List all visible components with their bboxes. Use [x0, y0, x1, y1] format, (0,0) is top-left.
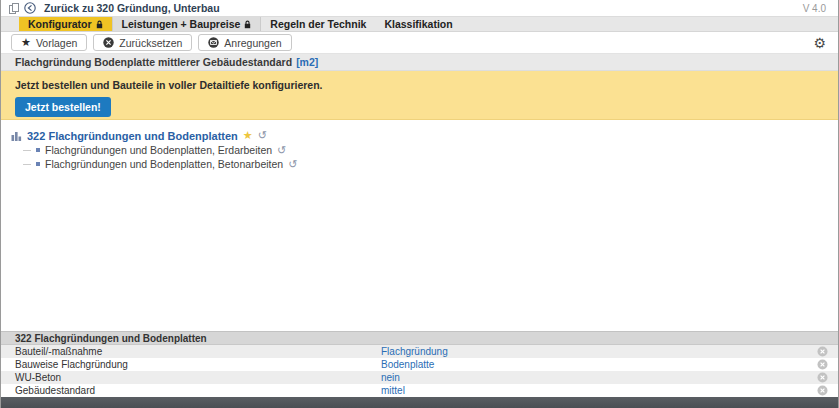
- component-unit: [m2]: [296, 56, 318, 68]
- app-window: Zurück zu 320 Gründung, Unterbau V 4.0 K…: [0, 0, 839, 408]
- tree-child-label[interactable]: Flachgründungen und Bodenplatten, Betona…: [45, 158, 283, 170]
- tab-konfigurator[interactable]: Konfigurator: [19, 17, 112, 31]
- component-title-bar: Flachgründung Bodenplatte mittlerer Gebä…: [1, 54, 838, 71]
- table-header: 322 Flachgründungen und Bodenplatten: [1, 331, 838, 345]
- vorlagen-button-label: Vorlagen: [36, 37, 77, 49]
- history-icon[interactable]: ↺: [258, 130, 267, 141]
- table-row: Bauweise Flachgründung Bodenplatte: [1, 358, 838, 371]
- gear-icon[interactable]: ⚙: [813, 36, 828, 50]
- row-value[interactable]: Bodenplatte: [381, 359, 434, 370]
- tree-connector: [23, 150, 31, 151]
- vorlagen-button[interactable]: ★ Vorlagen: [11, 34, 87, 51]
- history-icon[interactable]: ↺: [277, 145, 286, 156]
- bullet-icon: [36, 148, 40, 152]
- star-icon: ★: [21, 37, 31, 48]
- chart-bars-icon: [11, 130, 22, 141]
- table-row: Gebäudestandard mittel: [1, 384, 838, 397]
- tab-leistungen-baupreise[interactable]: Leistungen + Baupreise: [112, 17, 262, 31]
- remove-icon[interactable]: [817, 346, 828, 357]
- row-value[interactable]: mittel: [381, 385, 405, 396]
- tab-label: Klassifikation: [384, 18, 452, 30]
- back-icon[interactable]: [24, 2, 36, 14]
- top-bar: Zurück zu 320 Gründung, Unterbau V 4.0: [1, 0, 838, 16]
- toolbar: ★ Vorlagen Zurücksetzen Anregungen: [1, 32, 838, 54]
- history-icon[interactable]: ↺: [288, 159, 297, 170]
- tab-bar: Konfigurator Leistungen + Baupreise Rege…: [1, 16, 838, 32]
- back-link[interactable]: Zurück zu 320 Gründung, Unterbau: [44, 2, 220, 14]
- row-value[interactable]: nein: [381, 372, 400, 383]
- tree-child-erdarbeiten: Flachgründungen und Bodenplatten, Erdarb…: [11, 143, 828, 157]
- row-value[interactable]: Flachgründung: [381, 346, 448, 357]
- copy-icon[interactable]: [9, 3, 19, 14]
- zuruecksetzen-button-label: Zurücksetzen: [119, 37, 182, 49]
- reset-circle-x-icon: [103, 37, 114, 48]
- properties-table: 322 Flachgründungen und Bodenplatten Bau…: [1, 331, 838, 397]
- tree-root-label[interactable]: 322 Flachgründungen und Bodenplatten: [27, 130, 238, 142]
- bullet-icon: [36, 162, 40, 166]
- row-label: Gebäudestandard: [1, 385, 95, 396]
- anregungen-button-label: Anregungen: [224, 37, 281, 49]
- remove-icon[interactable]: [817, 385, 828, 396]
- lock-icon: [244, 20, 251, 29]
- tree-child-label[interactable]: Flachgründungen und Bodenplatten, Erdarb…: [45, 144, 272, 156]
- table-row: Bauteil/-maßnahme Flachgründung: [1, 345, 838, 358]
- footer-bar: [1, 397, 838, 408]
- tab-klassifikation[interactable]: Klassifikation: [375, 17, 461, 31]
- row-label: WU-Beton: [1, 372, 61, 383]
- tab-label: Regeln der Technik: [270, 18, 366, 30]
- tab-regeln-der-technik[interactable]: Regeln der Technik: [261, 17, 375, 31]
- row-label: Bauteil/-maßnahme: [1, 346, 102, 357]
- jetzt-bestellen-button[interactable]: Jetzt bestellen!: [15, 97, 111, 117]
- row-label: Bauweise Flachgründung: [1, 359, 128, 370]
- zuruecksetzen-button[interactable]: Zurücksetzen: [93, 34, 192, 51]
- order-banner-message: Jetzt bestellen und Bauteile in voller D…: [15, 79, 824, 91]
- table-row: WU-Beton nein: [1, 371, 838, 384]
- remove-icon[interactable]: [817, 372, 828, 383]
- component-title: Flachgründung Bodenplatte mittlerer Gebä…: [15, 56, 292, 68]
- tab-label: Konfigurator: [28, 18, 92, 30]
- order-banner: Jetzt bestellen und Bauteile in voller D…: [1, 71, 838, 120]
- content-area: 322 Flachgründungen und Bodenplatten ★ ↺…: [1, 120, 838, 331]
- feedback-envelope-icon: [208, 37, 219, 48]
- tree-connector: [23, 164, 31, 165]
- remove-icon[interactable]: [817, 359, 828, 370]
- tree-root-row: 322 Flachgründungen und Bodenplatten ★ ↺: [11, 128, 828, 143]
- version-label: V 4.0: [803, 3, 830, 14]
- favorite-star-icon[interactable]: ★: [243, 130, 253, 141]
- anregungen-button[interactable]: Anregungen: [198, 34, 291, 51]
- tab-label: Leistungen + Baupreise: [122, 18, 241, 30]
- tree-child-betonarbeiten: Flachgründungen und Bodenplatten, Betona…: [11, 157, 828, 171]
- lock-icon: [96, 20, 103, 29]
